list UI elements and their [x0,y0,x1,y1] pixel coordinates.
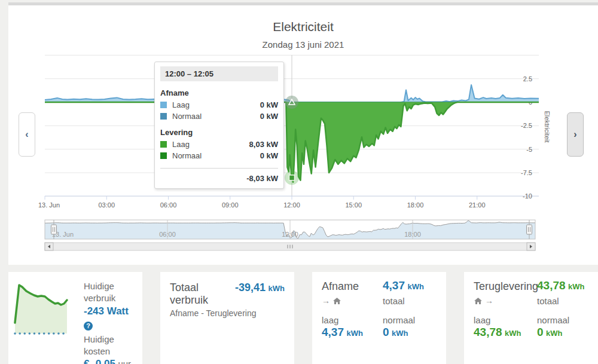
tooltip-row-value: 0 kW [260,151,278,160]
teruglevering-normal-label: normaal [537,315,569,325]
legend-swatch [160,152,167,159]
tooltip-row-label: Laag [172,140,190,149]
teruglevering-low-unit: kWh [505,329,521,338]
chevron-right-icon: › [573,129,576,140]
afname-total-unit: kWh [407,282,423,291]
marker-square [289,175,295,181]
tooltip-row: Laag0 kW [160,100,278,109]
x-axis-label: 06:00 [160,201,177,209]
afname-normal-unit: kWh [392,329,408,338]
x-axis-label: 13. Jun [38,201,60,209]
tooltip-row-label: Laag [172,100,190,109]
x-axis-label: 21:00 [469,201,486,209]
y-axis-title: Elektriciteit [544,111,551,142]
tooltip-sections: AfnameLaag0 kWNormaal0 kWLeveringLaag8,0… [160,88,278,160]
card-teruglevering: Teruglevering → 43,78 kWh totaal laag 43… [464,272,598,364]
afname-total-value: 4,37 [383,279,405,292]
series-area-levering-laag [45,102,539,182]
chart-tooltip: 12:00 – 12:05 AfnameLaag0 kWNormaal0 kWL… [154,62,284,189]
house-icon [332,297,341,305]
sparkline-area [15,285,67,334]
navigator-label: 12:00 [282,231,298,238]
afname-low-unit: kWh [346,329,362,338]
current-usage-label-2: verbruik [84,292,142,304]
tooltip-row-value: 0 kW [260,100,278,109]
total-usage-title-1: Totaal [170,282,208,294]
chart-title: Elektriciteit [8,20,598,34]
tooltip-row-label: Normaal [172,151,202,160]
tooltip-total: -8,03 kW [160,168,278,183]
card-current-usage: Huidige verbruik -243 Watt ? Huidige kos… [8,272,142,364]
total-usage-unit: kWh [269,284,285,293]
prev-period-button[interactable]: ‹ [19,112,35,157]
navigator-label: 06:00 [159,231,176,238]
current-cost-value: € -0,05 [84,358,115,364]
tooltip-row-value: 0 kW [260,112,278,121]
y-axis-label: -2.5 [521,122,532,129]
next-period-button[interactable]: › [567,112,584,157]
y-axis-label: -5 [526,146,532,153]
house-icon [474,297,483,305]
legend-swatch [160,141,167,148]
y-axis-label: -10 [523,192,532,200]
total-usage-subtitle: Afname - Teruglevering [170,308,285,318]
tooltip-section-title: Levering [160,128,278,137]
help-icon[interactable]: ? [84,322,93,331]
current-power-value: -243 Watt [84,305,142,317]
arrow-right-icon: → [485,296,493,305]
chart-subtitle: Zondag 13 juni 2021 [8,39,598,50]
afname-title: Afname [322,280,359,293]
current-usage-label-1: Huidige [84,280,142,292]
tooltip-row: Normaal0 kW [160,151,278,160]
marker-halo [285,96,298,109]
teruglevering-low-value: 43,78 [474,326,502,338]
legend-swatch [160,102,167,108]
tooltip-row-label: Normaal [172,112,202,121]
x-axis-label: 03:00 [98,201,115,209]
teruglevering-total-value: 43,78 [537,279,566,292]
arrow-right-icon: → [322,296,330,305]
y-axis-label: 2.5 [523,75,532,82]
afname-low-value: 4,37 [322,326,344,338]
tooltip-row-value: 8,03 kW [249,140,278,149]
current-cost-unit: uur [118,359,131,364]
current-cost-label: Huidige kosten [84,334,142,357]
tooltip-row: Normaal0 kW [160,112,278,121]
x-axis-label: 18:00 [407,201,424,209]
chevron-left-icon: ‹ [25,129,28,140]
card-afname: Afname → 4,37 kWh totaal laag 4,37 kWh n… [312,272,446,364]
teruglevering-normal-value: 0 [537,326,544,338]
tooltip-row: Laag8,03 kW [160,140,278,149]
page: Elektriciteit Zondag 13 juni 2021 13. Ju… [0,0,598,364]
teruglevering-normal-unit: kWh [546,329,562,338]
tooltip-time-range: 12:00 – 12:05 [160,66,278,81]
afname-normal-value: 0 [383,326,389,338]
nav-handle-left[interactable] [51,225,57,234]
x-axis-label: 15:00 [345,201,362,209]
card-total-usage: Totaal verbruik -39,41 kWh Afname - Teru… [160,272,294,364]
tooltip-section-title: Afname [160,88,278,97]
teruglevering-title: Teruglevering [474,280,538,293]
teruglevering-total-label: totaal [537,296,559,306]
navigator-label: 18:00 [404,231,421,238]
y-axis-label: -7.5 [521,169,532,176]
x-axis-label: 12:00 [283,201,300,209]
x-axis-label: 09:00 [222,201,239,209]
nav-handle-right[interactable] [527,225,532,234]
total-usage-title-2: verbruik [170,294,208,307]
legend-swatch [160,113,167,120]
afname-low-label: laag [322,315,338,325]
teruglevering-low-label: laag [474,315,490,325]
teruglevering-total-unit: kWh [568,282,584,291]
afname-normal-label: normaal [383,315,415,325]
afname-total-label: totaal [383,296,405,306]
total-usage-value: -39,41 [235,282,266,293]
